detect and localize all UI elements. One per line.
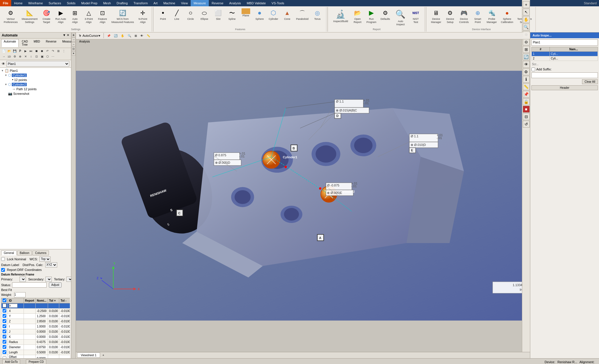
line-btn[interactable]: ╱ Line [171, 7, 183, 22]
row-check[interactable] [3, 330, 6, 333]
nist-test-btn[interactable]: NIST NISTTest [409, 7, 422, 25]
measure-btn[interactable]: 📏 [145, 33, 152, 38]
tool-step[interactable]: ⏭ [28, 49, 34, 54]
col-report[interactable]: Report [24, 298, 35, 303]
right-icon-hand[interactable]: ✋ [523, 16, 530, 23]
right-icon-view[interactable]: 👁 [523, 61, 530, 68]
row-check[interactable] [3, 350, 6, 354]
table-row[interactable]: Offset Ce... 0.0000 [1, 355, 70, 358]
fit-btn[interactable]: ⊞ [133, 33, 138, 38]
right-icon-red[interactable]: ■ [523, 106, 530, 113]
id-input[interactable] [9, 304, 18, 308]
zoom-btn[interactable]: 🔍 [126, 33, 133, 38]
table-row[interactable]: Length 0.5000 0.0100 -0.0100 [1, 350, 70, 355]
table-row[interactable]: I 1.0000 0.0100 -0.0100 [1, 324, 70, 329]
cylinder-btn[interactable]: ⬡ Cylinder [267, 7, 280, 22]
autocursor-btn[interactable]: 🖱 AutoCursor ▾ [77, 33, 102, 38]
row-check[interactable] [3, 340, 6, 344]
view-btn[interactable]: 👁 [139, 33, 145, 38]
defaults-btn[interactable]: ⚙ Defaults [379, 7, 392, 22]
right-icon-select[interactable]: ↖ [523, 9, 530, 16]
right-icon-measure[interactable]: 📏 [523, 83, 530, 90]
menu-reverse[interactable]: Reverse [209, 0, 226, 6]
tertiary-select[interactable] [66, 277, 71, 282]
status-input[interactable] [12, 282, 47, 288]
lock-nominal-check[interactable] [1, 257, 5, 261]
tab-mbd[interactable]: MBD [31, 39, 43, 47]
tool-p[interactable]: P [18, 49, 23, 54]
tool-extra4[interactable]: ✕ [23, 54, 28, 59]
tree-cyl1-points[interactable]: • 12 points [1, 78, 70, 82]
measurement-settings-btn[interactable]: 📐 MeasurementSettings [20, 7, 39, 25]
sidebar-icon-2[interactable]: → [72, 38, 76, 42]
tree-cyl2-path[interactable]: → Path 12 points [1, 87, 70, 91]
right-icon-plus[interactable]: + [523, 1, 530, 8]
run-program-btn[interactable]: ▶ RunProgram [365, 7, 378, 25]
viewsheet-tab-1[interactable]: Viewsheet 1 [77, 353, 100, 358]
sphere-calibration-btn[interactable]: ● SphereCalibration [500, 7, 515, 25]
adjust-btn[interactable]: Adjust [49, 282, 62, 288]
wcs-btn[interactable]: 🔄 WCS fromMeasured Features [110, 7, 135, 25]
row-check[interactable] [3, 314, 6, 318]
circle-btn[interactable]: ○ Circle [184, 7, 197, 22]
row-check[interactable] [3, 335, 6, 338]
3point-align-btn[interactable]: △ 3-PointAlign [83, 7, 95, 25]
menu-art[interactable]: Art [151, 0, 160, 6]
tool-run[interactable]: ▶ [23, 49, 28, 54]
tool-extra2[interactable]: ⚙ [12, 54, 17, 59]
tool-redo[interactable]: ↷ [50, 49, 56, 54]
right-icon-rotate[interactable]: 🔄 [523, 53, 530, 60]
menu-transform[interactable]: Transform [131, 0, 151, 6]
menu-file[interactable]: File [0, 0, 11, 6]
inspect-build-btn[interactable]: 🔬 Inspect/Build [331, 7, 350, 24]
menu-modelprep[interactable]: Model Prep [78, 0, 100, 6]
tab-automate[interactable]: Automate [1, 39, 19, 47]
row-check[interactable] [3, 324, 6, 328]
tool-open[interactable]: 📂 [7, 49, 12, 54]
menu-vstools[interactable]: VS-Tools [269, 0, 287, 6]
tool-1d[interactable]: 1D [7, 54, 12, 59]
tool-extra5[interactable]: ↕ [28, 54, 34, 59]
col-id[interactable]: ID [8, 298, 24, 303]
suffix-input[interactable] [531, 72, 598, 78]
auto-align-btn[interactable]: ⊞ AutoAlign [69, 7, 81, 25]
clear-all-btn[interactable]: Clear All [582, 79, 598, 84]
tool-dots[interactable]: ⋯ [50, 54, 56, 59]
table-row[interactable] [1, 303, 70, 308]
ellipse-btn[interactable]: ⬭ Ellipse [198, 7, 211, 22]
right-icon-refresh[interactable]: ↺ [523, 121, 530, 128]
secondary-select[interactable] [45, 277, 52, 282]
viewport[interactable]: 🖱 AutoCursor ▾ 📌 🔄 ✋ 🔍 ⊞ 👁 📏 [76, 32, 530, 358]
menu-home[interactable]: Home [11, 0, 25, 6]
prepare-cd-btn[interactable]: Prepare CD [26, 359, 46, 364]
tool-extra8[interactable]: ⬡ [45, 54, 50, 59]
cone-btn[interactable]: ▲ Cone [281, 7, 294, 22]
menu-drafting[interactable]: Drafting [114, 0, 131, 6]
tab-cad-tree[interactable]: CAD Tree [19, 39, 30, 47]
row-check[interactable] [3, 356, 6, 358]
col-tolplus[interactable]: Tol + [48, 298, 59, 303]
row-check[interactable] [3, 309, 6, 313]
menu-view[interactable]: View [178, 0, 191, 6]
col-tolminus[interactable]: Tol - [59, 298, 70, 303]
right-icon-config[interactable]: ⚙ [523, 68, 530, 75]
tree-cylinder1[interactable]: ▼ ⬡ Cylinder1 [1, 73, 70, 78]
tree-screenshot[interactable]: 📷 Screenshot [1, 91, 70, 96]
spline-btn[interactable]: 〜 Spline [226, 7, 238, 22]
add-suffix-check[interactable] [531, 68, 535, 71]
tool-save[interactable]: 💾 [12, 49, 17, 54]
add-viewsheet-btn[interactable]: + [102, 354, 104, 357]
minimize-btn[interactable]: ▼ [63, 33, 66, 37]
tool-extra3[interactable]: ⊕ [18, 54, 23, 59]
right-icon-info[interactable]: ℹ [523, 76, 530, 83]
add-goto-btn[interactable]: Add GoTo [2, 359, 20, 364]
torus-btn[interactable]: ◎ Torus [311, 7, 324, 22]
col-check-all[interactable] [3, 298, 6, 302]
table-row[interactable]: Z 2.8500 0.0100 -0.0100 [1, 319, 70, 324]
tree-cylinder2[interactable]: ▼ ⬡ Cylinder2 [1, 82, 70, 87]
menu-mbd[interactable]: MBD Validate [244, 0, 269, 6]
tool-undo[interactable]: ↶ [45, 49, 50, 54]
right-table-row[interactable]: 1 Cyli... [532, 51, 598, 56]
menu-analysis[interactable]: Analysis [226, 0, 244, 6]
row-check[interactable] [3, 345, 6, 349]
